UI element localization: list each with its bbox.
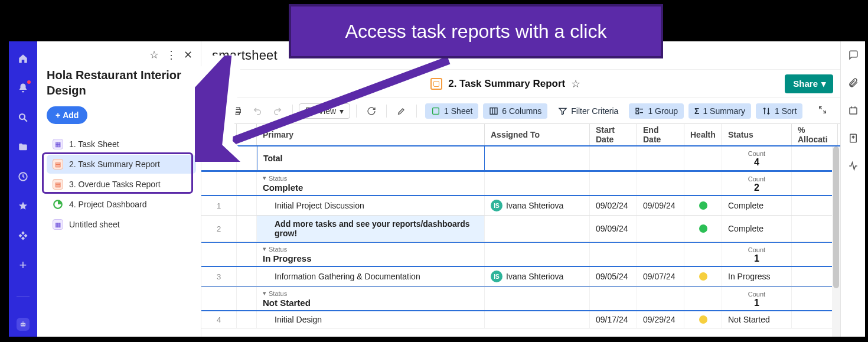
pill-label: 1 Sort <box>775 106 797 116</box>
svg-rect-14 <box>306 108 314 114</box>
svg-rect-26 <box>850 108 857 115</box>
sidebar-item-untitled-sheet[interactable]: ▦ Untitled sheet <box>47 215 196 234</box>
toolbar: View▾ 1 Sheet 6 Columns Filter Criteria … <box>201 98 840 124</box>
dashboard-icon <box>53 199 63 210</box>
sidebar-item-label: 3. Overdue Tasks Report <box>69 180 161 189</box>
sidebar-item-task-sheet[interactable]: ▦ 1. Task Sheet <box>47 135 196 154</box>
avatar: IS <box>491 271 502 282</box>
sigma-icon: Σ <box>694 106 699 116</box>
sidebar-item-overdue-report[interactable]: ▤ 3. Overdue Tasks Report <box>47 175 196 194</box>
right-rail <box>840 41 865 337</box>
publish-icon[interactable] <box>848 133 859 146</box>
expand-icon[interactable] <box>812 105 833 117</box>
proofs-icon[interactable] <box>848 105 859 119</box>
group-header-row[interactable]: ▾ StatusComplete Count2 <box>201 171 840 196</box>
share-button[interactable]: Share▾ <box>785 74 833 93</box>
highlight-icon[interactable] <box>393 102 410 120</box>
sidebar-item-project-dashboard[interactable]: 4. Project Dashboard <box>47 195 196 214</box>
svg-point-7 <box>24 324 25 325</box>
chevron-down-icon: ▾ <box>821 79 826 89</box>
svg-rect-17 <box>433 108 439 114</box>
filter-criteria-button[interactable]: Filter Criteria <box>552 103 624 119</box>
pill-label: 6 Columns <box>502 106 541 116</box>
column-header-end[interactable]: End Date <box>637 124 684 145</box>
column-header-primary[interactable]: Primary <box>257 124 485 145</box>
workapps-icon[interactable] <box>17 229 30 242</box>
health-dot-icon <box>699 224 707 233</box>
more-menu-icon[interactable]: ⋮ <box>166 48 177 61</box>
print-icon[interactable] <box>229 102 246 120</box>
close-icon[interactable]: ✕ <box>184 48 192 61</box>
view-dropdown[interactable]: View▾ <box>299 103 350 119</box>
pill-label: 1 Summary <box>703 106 745 116</box>
column-header-start[interactable]: Start Date <box>590 124 637 145</box>
title-row: File 2. Task Summary Report ☆ Share▾ <box>201 70 840 98</box>
main-area: smartsheet File 2. Task Summary Report ☆… <box>201 41 865 337</box>
column-header-assigned[interactable]: Assigned To <box>485 124 590 145</box>
pill-label: Filter Criteria <box>571 106 618 116</box>
refresh-icon[interactable] <box>363 102 380 120</box>
source-sheets-pill[interactable]: 1 Sheet <box>425 103 478 119</box>
activity-log-icon[interactable] <box>848 161 859 174</box>
total-label: Total <box>263 154 282 163</box>
search-icon[interactable] <box>17 111 30 124</box>
task-row[interactable]: 2 Add more tasks and see your reports/da… <box>201 216 840 242</box>
svg-rect-18 <box>490 108 497 114</box>
assistant-icon[interactable] <box>17 318 30 331</box>
plus-icon: + <box>56 110 60 120</box>
add-icon[interactable]: + <box>17 259 30 272</box>
row-actions-header <box>201 124 237 145</box>
scrollbar-thumb[interactable] <box>833 146 839 288</box>
collapse-icon[interactable]: ▾ <box>263 174 266 182</box>
save-icon[interactable] <box>208 102 226 120</box>
health-dot-icon <box>699 201 707 210</box>
favorite-star-icon[interactable]: ☆ <box>571 77 580 90</box>
sidebar-item-task-summary-report[interactable]: ▤ 2. Task Summary Report <box>47 155 196 174</box>
task-row[interactable]: 4 Initial Design 09/17/24 09/29/24 Not S… <box>201 311 840 328</box>
recents-icon[interactable] <box>17 170 30 183</box>
column-header-status[interactable]: Status <box>722 124 792 145</box>
collapse-icon[interactable]: ▾ <box>263 245 266 253</box>
attachments-icon[interactable] <box>848 77 859 91</box>
conversations-icon[interactable] <box>848 50 859 63</box>
nav-list: ▦ 1. Task Sheet ▤ 2. Task Summary Report… <box>47 135 196 234</box>
svg-point-6 <box>21 324 22 325</box>
sidebar-item-label: 1. Task Sheet <box>69 139 119 149</box>
summary-pill[interactable]: Σ1 Summary <box>688 103 751 119</box>
add-button[interactable]: +Add <box>47 106 87 124</box>
group-header-row[interactable]: ▾ StatusIn Progress Count1 <box>201 242 840 267</box>
rail-separator <box>17 296 30 297</box>
workspace-title: Hola Restaurant Interior Design <box>47 67 196 98</box>
column-header-health[interactable]: Health <box>684 124 722 145</box>
report-title[interactable]: 2. Task Summary Report <box>448 78 565 90</box>
health-dot-icon <box>699 315 707 324</box>
svg-rect-22 <box>636 112 639 113</box>
group-header-row[interactable]: ▾ StatusNot Started Count1 <box>201 286 840 311</box>
sheet-icon: ▦ <box>53 139 63 149</box>
notifications-icon[interactable] <box>17 82 30 95</box>
favorites-icon[interactable] <box>17 200 30 213</box>
home-icon[interactable] <box>17 52 30 65</box>
sort-pill[interactable]: 1 Sort <box>756 103 802 119</box>
group-pill[interactable]: 1 Group <box>629 103 684 119</box>
sidebar-item-label: 2. Task Summary Report <box>69 159 160 169</box>
columns-pill[interactable]: 6 Columns <box>483 103 547 119</box>
callout-text: Access task reports with a click <box>345 21 607 43</box>
task-row[interactable]: 1 Initial Project Discussion ISIvana Sht… <box>201 196 840 216</box>
count-value: 4 <box>754 157 759 168</box>
report-icon: ▤ <box>53 159 63 170</box>
svg-rect-10 <box>216 108 218 109</box>
browse-icon[interactable] <box>17 141 30 154</box>
count-label: Count <box>748 150 765 157</box>
redo-icon[interactable] <box>269 102 286 120</box>
collapse-icon[interactable]: ▾ <box>263 289 266 297</box>
favorite-star-icon[interactable]: ☆ <box>149 48 159 61</box>
undo-icon[interactable] <box>249 102 266 120</box>
task-row[interactable]: 3 Information Gathering & Documentation … <box>201 267 840 286</box>
file-menu[interactable]: File <box>212 79 226 89</box>
sidebar-item-label: Untitled sheet <box>69 220 120 229</box>
callout-banner: Access task reports with a click <box>289 4 663 58</box>
workspace-sidebar: ☆ ⋮ ✕ Hola Restaurant Interior Design +A… <box>37 41 201 337</box>
column-header-allocation[interactable]: % Allocati <box>792 124 838 145</box>
vertical-scrollbar[interactable] <box>832 146 840 337</box>
